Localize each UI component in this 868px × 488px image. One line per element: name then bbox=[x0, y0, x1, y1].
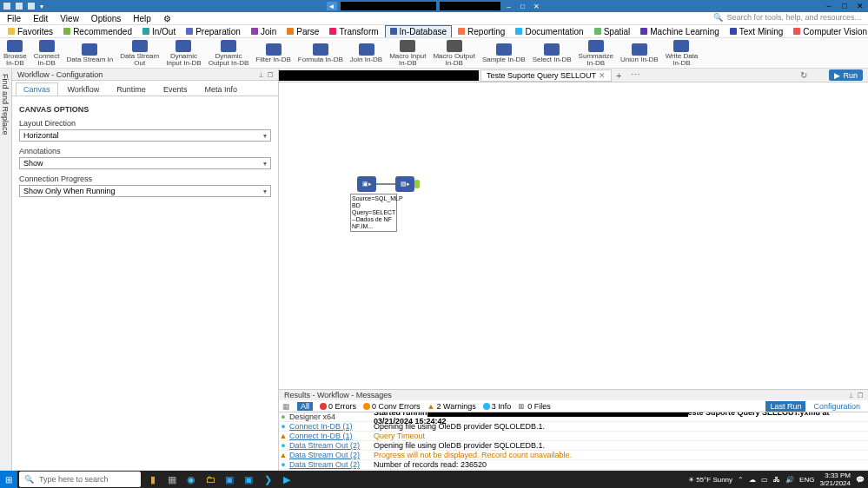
tab-metainfo[interactable]: Meta Info bbox=[196, 82, 245, 96]
row-source[interactable]: Connect In-DB (1) bbox=[288, 432, 370, 440]
taskbar-search[interactable]: 🔍 Type here to search bbox=[19, 472, 141, 487]
tool-formula-in-db[interactable]: Formula In-DB bbox=[298, 43, 343, 63]
category-favorites[interactable]: Favorites bbox=[3, 26, 57, 37]
qa-icon[interactable] bbox=[16, 3, 23, 10]
category-preparation[interactable]: Preparation bbox=[182, 26, 245, 37]
tool-browse-in-db[interactable]: BrowseIn-DB bbox=[3, 40, 27, 67]
filter-files[interactable]: 🗎0 Files bbox=[518, 402, 551, 411]
run-button[interactable]: ▶ Run bbox=[829, 69, 863, 81]
tool-connect-in-db[interactable]: ConnectIn-DB bbox=[34, 40, 60, 67]
category-in-out[interactable]: In/Out bbox=[138, 26, 180, 37]
tool-filter-in-db[interactable]: Filter In-DB bbox=[255, 43, 290, 63]
category-spatial[interactable]: Spatial bbox=[590, 26, 635, 37]
filter-warnings[interactable]: ▲2 Warnings bbox=[427, 402, 476, 411]
tool-dynamic-input-in-db[interactable]: DynamicInput In-DB bbox=[166, 40, 201, 67]
category-machine-learning[interactable]: Machine Learning bbox=[636, 26, 724, 37]
undock-icon[interactable]: □ bbox=[858, 391, 863, 399]
category-reporting[interactable]: Reporting bbox=[454, 26, 509, 37]
taskbar-app[interactable]: ▦ bbox=[163, 472, 181, 487]
filter-all[interactable]: All bbox=[297, 402, 313, 411]
taskbar-app[interactable]: ❯ bbox=[259, 472, 276, 487]
tool-macro-output-in-db[interactable]: Macro OutputIn-DB bbox=[433, 40, 474, 67]
tool-macro-input-in-db[interactable]: Macro InputIn-DB bbox=[389, 40, 426, 67]
find-replace-tab[interactable]: Find and Replace bbox=[0, 69, 12, 476]
systray-icon[interactable]: 🔊 bbox=[785, 476, 794, 484]
window-close[interactable]: ✕ bbox=[852, 0, 868, 12]
close-icon[interactable]: ✕ bbox=[599, 71, 606, 80]
tab-events[interactable]: Events bbox=[156, 82, 195, 96]
tool-write-data-in-db[interactable]: Write DataIn-DB bbox=[666, 40, 699, 67]
category-text-mining[interactable]: Text Mining bbox=[726, 26, 788, 37]
connection-progress-select[interactable]: Show Only When Running ▾ bbox=[19, 185, 271, 197]
tab-canvas[interactable]: Canvas bbox=[16, 82, 58, 96]
systray-chevron[interactable]: ⌃ bbox=[738, 476, 744, 484]
tool-select-in-db[interactable]: Select In-DB bbox=[533, 43, 572, 63]
pin-icon[interactable]: ⟂ bbox=[259, 70, 263, 79]
category-parse[interactable]: Parse bbox=[282, 26, 323, 37]
ctrl-max[interactable]: □ bbox=[518, 2, 528, 10]
category-documentation[interactable]: Documentation bbox=[511, 26, 587, 37]
nav-back-button[interactable]: ◄ bbox=[327, 2, 337, 10]
datastream-out-node[interactable]: ▧▸ bbox=[395, 176, 414, 192]
menu-options[interactable]: Options bbox=[91, 14, 121, 23]
tool-data-stream-in[interactable]: Data Stream In bbox=[66, 43, 113, 63]
chev-down[interactable]: ▾ bbox=[40, 3, 43, 10]
tool-union-in-db[interactable]: Union In-DB bbox=[620, 43, 659, 63]
tab-workflow[interactable]: Workflow bbox=[60, 82, 108, 96]
taskbar-app[interactable]: ▣ bbox=[221, 472, 238, 487]
filter-conv-errors[interactable]: 0 Conv Errors bbox=[363, 402, 421, 411]
tool-summarize-in-db[interactable]: SummarizeIn-DB bbox=[579, 40, 613, 67]
tab-overflow-button[interactable]: ⋯ bbox=[626, 69, 645, 81]
lang-indicator[interactable]: ENG bbox=[799, 476, 814, 484]
qa-icon[interactable] bbox=[28, 3, 35, 10]
tab-runtime[interactable]: Runtime bbox=[109, 82, 154, 96]
tool-dynamic-output-in-db[interactable]: DynamicOutput In-DB bbox=[209, 40, 249, 67]
taskbar-app[interactable]: ▶ bbox=[278, 472, 295, 487]
layout-direction-select[interactable]: Horizontal ▾ bbox=[19, 129, 271, 142]
dock-icon[interactable]: ⟂ bbox=[849, 391, 853, 399]
window-minimize[interactable]: – bbox=[821, 0, 837, 12]
notification-icon[interactable]: 💬 bbox=[856, 476, 865, 484]
gear-icon[interactable]: ⚙ bbox=[163, 14, 171, 23]
category-computer-vision[interactable]: Computer Vision bbox=[789, 26, 868, 37]
menu-file[interactable]: File bbox=[7, 14, 21, 23]
tool-join-in-db[interactable]: Join In-DB bbox=[350, 43, 382, 63]
tool-sample-in-db[interactable]: Sample In-DB bbox=[482, 43, 526, 63]
menu-view[interactable]: View bbox=[60, 14, 79, 23]
tool-data-stream-out[interactable]: Data StreamOut bbox=[120, 40, 159, 67]
taskbar-app[interactable]: ▣ bbox=[240, 472, 257, 487]
clock[interactable]: 3:33 PM 3/21/2024 bbox=[819, 472, 851, 487]
category-in-database[interactable]: In-Database bbox=[385, 25, 452, 38]
menu-help[interactable]: Help bbox=[133, 14, 151, 23]
workflow-canvas[interactable]: ▣▸ ▧▸ Source=SQL_MLP BD Query=SELECT --D… bbox=[279, 82, 868, 389]
taskbar-app[interactable]: ▮ bbox=[144, 472, 162, 487]
annotations-select[interactable]: Show ▾ bbox=[19, 157, 271, 169]
new-tab-button[interactable]: + bbox=[612, 70, 626, 81]
menu-edit[interactable]: Edit bbox=[33, 14, 48, 23]
taskbar-app[interactable]: ◉ bbox=[182, 472, 200, 487]
category-transform[interactable]: Transform bbox=[325, 26, 382, 37]
filter-errors[interactable]: 0 Errors bbox=[320, 402, 356, 411]
output-anchor[interactable] bbox=[414, 180, 420, 188]
taskbar-app[interactable]: 🗀 bbox=[202, 472, 219, 487]
last-run-button[interactable]: Last Run bbox=[765, 401, 805, 412]
connect-indb-node[interactable]: ▣▸ bbox=[357, 176, 376, 192]
category-join[interactable]: Join bbox=[247, 26, 281, 37]
row-source[interactable]: Connect In-DB (1) bbox=[288, 422, 370, 431]
systray-icon[interactable]: ☁ bbox=[749, 476, 756, 484]
refresh-icon[interactable]: ↻ bbox=[800, 70, 807, 80]
filter-info[interactable]: 3 Info bbox=[483, 402, 512, 411]
systray-icon[interactable]: 🖧 bbox=[773, 476, 780, 484]
category-recommended[interactable]: Recommended bbox=[59, 26, 136, 37]
weather-widget[interactable]: ☀ 55°F Sunny bbox=[688, 476, 732, 484]
systray-icon[interactable]: ▭ bbox=[761, 476, 768, 484]
row-source[interactable]: Data Stream Out (2) bbox=[288, 441, 370, 450]
workflow-tab[interactable]: Teste Suporte Query SELLOUT ✕ bbox=[480, 69, 612, 82]
ctrl-close[interactable]: ✕ bbox=[532, 2, 542, 10]
ctrl-min[interactable]: – bbox=[504, 2, 514, 10]
grid-icon[interactable]: ▦ bbox=[282, 402, 290, 411]
window-maximize[interactable]: □ bbox=[837, 0, 852, 12]
start-button[interactable]: ⊞ bbox=[0, 471, 17, 488]
results-config-button[interactable]: Configuration bbox=[809, 401, 865, 412]
undock-icon[interactable]: □ bbox=[268, 70, 273, 79]
